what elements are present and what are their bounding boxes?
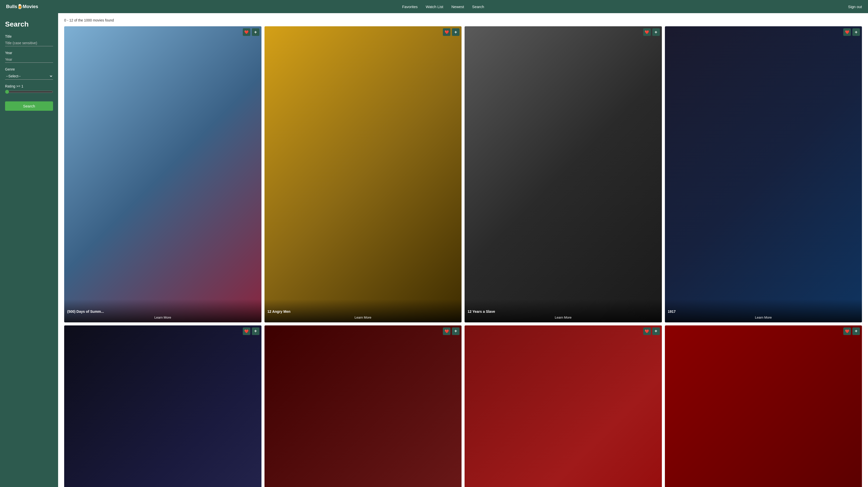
watchlist-button[interactable]: + [652, 28, 660, 36]
movie-poster [665, 26, 862, 322]
card-actions: ❤️ + [443, 327, 460, 335]
watchlist-button[interactable]: + [252, 327, 259, 335]
movie-title: 12 Years a Slave [468, 310, 659, 314]
favorite-button[interactable]: ❤️ [643, 327, 651, 335]
rating-group: Rating >= 1 [5, 84, 53, 95]
watchlist-button[interactable]: + [852, 327, 860, 335]
favorite-button[interactable]: ❤️ [643, 28, 651, 36]
learn-more-link[interactable]: Learn More [268, 316, 459, 319]
nav-favorites[interactable]: Favorites [402, 4, 418, 9]
title-input[interactable] [5, 40, 53, 46]
movie-poster [64, 26, 261, 322]
card-actions: ❤️ + [643, 28, 660, 36]
movie-poster [665, 325, 862, 487]
year-input[interactable] [5, 56, 53, 63]
movie-title: 12 Angry Men [268, 310, 459, 314]
movie-title: (500) Days of Summ... [67, 310, 258, 314]
page-layout: Search Title Year Genre --Select-- Actio… [0, 13, 868, 487]
title-label: Title [5, 34, 53, 38]
sidebar-heading: Search [5, 20, 53, 28]
movie-card[interactable]: ❤️ + 28 Days Later... Learn More [665, 325, 862, 487]
watchlist-button[interactable]: + [652, 327, 660, 335]
card-bottom: 12 Angry Men Learn More [265, 299, 462, 322]
favorite-button[interactable]: ❤️ [443, 327, 451, 335]
watchlist-button[interactable]: + [452, 28, 460, 36]
movie-poster [64, 325, 261, 487]
movie-card[interactable]: ❤️ + 1917 Learn More [665, 26, 862, 322]
movie-poster [265, 325, 462, 487]
card-actions: ❤️ + [443, 28, 460, 36]
navbar: Bulls🍺Movies Favorites Watch List Newest… [0, 0, 868, 13]
card-actions: ❤️ + [843, 327, 860, 335]
watchlist-button[interactable]: + [252, 28, 259, 36]
movie-card[interactable]: ❤️ + 2001: A Space Odys... Learn More [64, 325, 261, 487]
main-content: 0 - 12 of the 1000 movies found ❤️ + (50… [58, 13, 868, 487]
movie-card[interactable]: ❤️ + 25th Hour Learn More [465, 325, 662, 487]
nav-search[interactable]: Search [472, 4, 484, 9]
learn-more-link[interactable]: Learn More [668, 316, 859, 319]
movie-card[interactable]: ❤️ + 12 Angry Men Learn More [265, 26, 462, 322]
movie-grid: ❤️ + (500) Days of Summ... Learn More ❤️… [64, 26, 862, 487]
title-group: Title [5, 34, 53, 46]
movie-poster [465, 26, 662, 322]
genre-label: Genre [5, 67, 53, 71]
rating-slider[interactable] [5, 90, 53, 94]
genre-group: Genre --Select-- Action Comedy Drama Hor… [5, 67, 53, 80]
rating-label: Rating >= 1 [5, 84, 53, 88]
nav-brand: Bulls🍺Movies [6, 4, 38, 9]
favorite-button[interactable]: ❤️ [243, 327, 250, 335]
watchlist-button[interactable]: + [852, 28, 860, 36]
movie-card[interactable]: ❤️ + (500) Days of Summ... Learn More [64, 26, 261, 322]
card-actions: ❤️ + [843, 28, 860, 36]
favorite-button[interactable]: ❤️ [843, 327, 851, 335]
card-bottom: 12 Years a Slave Learn More [465, 299, 662, 322]
sidebar: Search Title Year Genre --Select-- Actio… [0, 13, 58, 487]
movie-poster [265, 26, 462, 322]
favorite-button[interactable]: ❤️ [843, 28, 851, 36]
year-label: Year [5, 51, 53, 55]
movie-card[interactable]: ❤️ + 12 Years a Slave Learn More [465, 26, 662, 322]
card-bottom: 1917 Learn More [665, 299, 862, 322]
movie-title: 1917 [668, 310, 859, 314]
signout-button[interactable]: Sign out [848, 4, 862, 9]
results-count: 0 - 12 of the 1000 movies found [64, 18, 862, 22]
nav-watchlist[interactable]: Watch List [426, 4, 443, 9]
card-actions: ❤️ + [243, 28, 259, 36]
learn-more-link[interactable]: Learn More [468, 316, 659, 319]
card-bottom: (500) Days of Summ... Learn More [64, 299, 261, 322]
learn-more-link[interactable]: Learn More [67, 316, 258, 319]
movie-poster [465, 325, 662, 487]
year-group: Year [5, 51, 53, 63]
movie-card[interactable]: ❤️ + 21 Grams Learn More [265, 325, 462, 487]
card-actions: ❤️ + [243, 327, 259, 335]
nav-links: Favorites Watch List Newest Search [402, 4, 484, 9]
watchlist-button[interactable]: + [452, 327, 460, 335]
search-button[interactable]: Search [5, 102, 53, 111]
genre-select[interactable]: --Select-- Action Comedy Drama Horror Sc… [5, 73, 53, 80]
favorite-button[interactable]: ❤️ [243, 28, 250, 36]
card-actions: ❤️ + [643, 327, 660, 335]
favorite-button[interactable]: ❤️ [443, 28, 451, 36]
nav-newest[interactable]: Newest [452, 4, 464, 9]
